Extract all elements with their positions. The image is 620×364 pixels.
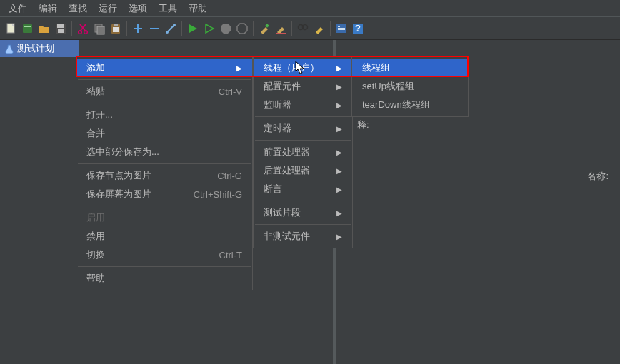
shutdown-icon[interactable] <box>235 21 249 36</box>
menu-help[interactable]: 帮助 <box>183 1 213 16</box>
menu-item-assertion[interactable]: 断言▶ <box>254 180 352 198</box>
submenu-add: 线程（用户）▶ 配置元件▶ 监听器▶ 定时器▶ 前置处理器▶ 后置处理器▶ 断言… <box>253 56 353 248</box>
menu-separator <box>255 140 351 141</box>
menu-separator <box>255 116 351 117</box>
menu-item-open[interactable]: 打开... <box>76 106 252 124</box>
menu-bar[interactable]: 文件 编辑 查找 运行 选项 工具 帮助 <box>0 0 620 17</box>
help-icon[interactable]: ? <box>351 21 365 36</box>
save-icon[interactable] <box>54 21 68 36</box>
start-notimers-icon[interactable] <box>202 21 216 36</box>
menu-item-save-screen-image[interactable]: 保存屏幕为图片Ctrl+Shift-G <box>76 185 252 203</box>
cut-icon[interactable] <box>76 21 90 36</box>
menu-item-postprocessor[interactable]: 后置处理器▶ <box>254 161 352 180</box>
separator <box>330 21 331 36</box>
menu-tools[interactable]: 工具 <box>153 1 183 16</box>
tree-root-testplan[interactable]: 测试计划 <box>0 40 79 57</box>
svg-rect-20 <box>338 28 345 29</box>
clear-icon[interactable] <box>257 21 271 36</box>
svg-rect-19 <box>338 26 340 27</box>
svg-rect-9 <box>97 26 104 34</box>
label-name: 名称: <box>587 170 609 183</box>
menu-item-help[interactable]: 帮助 <box>76 269 252 288</box>
separator <box>181 21 182 36</box>
menu-item-preprocessor[interactable]: 前置处理器▶ <box>254 143 352 161</box>
toggle-icon[interactable] <box>164 21 178 36</box>
clear-all-icon[interactable] <box>274 21 288 36</box>
menu-separator <box>255 201 351 201</box>
menu-separator <box>78 103 251 103</box>
svg-rect-21 <box>338 29 345 30</box>
svg-point-6 <box>79 30 82 34</box>
svg-rect-1 <box>23 24 32 33</box>
svg-rect-2 <box>24 26 31 27</box>
svg-point-7 <box>84 30 88 34</box>
reset-search-icon[interactable] <box>312 21 326 36</box>
menu-file[interactable]: 文件 <box>3 1 33 16</box>
menu-separator <box>78 206 251 206</box>
menu-item-teardown-thread-group[interactable]: tearDown线程组 <box>352 96 468 114</box>
tree-root-label: 测试计划 <box>17 42 54 55</box>
search-icon[interactable] <box>296 21 310 36</box>
menu-options[interactable]: 选项 <box>123 1 153 16</box>
context-menu: 添加▶ 粘贴Ctrl-V 打开... 合并 选中部分保存为... 保存节点为图片… <box>76 56 253 290</box>
menu-item-merge[interactable]: 合并 <box>76 124 252 143</box>
toolbar: ? <box>0 17 620 40</box>
svg-rect-5 <box>58 29 64 33</box>
svg-rect-12 <box>113 27 119 32</box>
menu-item-toggle[interactable]: 切换Ctrl-T <box>76 246 252 264</box>
open-icon[interactable] <box>37 21 51 36</box>
function-helper-icon[interactable] <box>334 21 349 36</box>
menu-separator <box>255 224 351 225</box>
stop-icon[interactable] <box>219 21 233 36</box>
svg-rect-15 <box>265 24 269 28</box>
label-comments: 释: <box>357 118 369 131</box>
svg-point-13 <box>166 31 169 34</box>
paste-icon[interactable] <box>109 21 123 36</box>
menu-item-enable: 启用 <box>76 208 252 227</box>
input-underline <box>368 123 620 123</box>
separator <box>126 21 127 36</box>
templates-icon[interactable] <box>21 21 35 36</box>
collapse-icon[interactable] <box>147 21 161 36</box>
menu-separator <box>78 79 251 80</box>
separator <box>71 21 72 36</box>
menu-item-add[interactable]: 添加▶ <box>76 59 252 77</box>
menu-item-paste[interactable]: 粘贴Ctrl-V <box>76 82 252 101</box>
menu-item-listener[interactable]: 监听器▶ <box>254 96 352 114</box>
menu-separator <box>78 163 251 164</box>
menu-item-thread-group[interactable]: 线程组 <box>352 59 468 77</box>
menu-search[interactable]: 查找 <box>63 1 93 16</box>
svg-point-14 <box>173 24 176 26</box>
expand-icon[interactable] <box>131 21 145 36</box>
svg-rect-11 <box>114 24 118 26</box>
svg-rect-4 <box>57 24 64 28</box>
menu-run[interactable]: 运行 <box>93 1 123 16</box>
copy-icon[interactable] <box>92 21 106 36</box>
submenu-threads: 线程组 setUp线程组 tearDown线程组 <box>351 56 469 117</box>
menu-item-config[interactable]: 配置元件▶ <box>254 77 352 96</box>
menu-edit[interactable]: 编辑 <box>33 1 63 16</box>
start-icon[interactable] <box>186 21 200 36</box>
menu-item-non-test[interactable]: 非测试元件▶ <box>254 227 352 246</box>
separator <box>253 21 254 36</box>
svg-text:?: ? <box>355 23 361 34</box>
menu-item-test-fragment[interactable]: 测试片段▶ <box>254 203 352 222</box>
separator <box>291 21 292 36</box>
menu-item-disable[interactable]: 禁用 <box>76 227 252 246</box>
menu-item-timer[interactable]: 定时器▶ <box>254 119 352 138</box>
menu-item-setup-thread-group[interactable]: setUp线程组 <box>352 77 468 96</box>
menu-item-threads[interactable]: 线程（用户）▶ <box>254 59 352 77</box>
menu-separator <box>78 266 251 267</box>
menu-item-save-node-image[interactable]: 保存节点为图片Ctrl-G <box>76 166 252 185</box>
new-file-icon[interactable] <box>4 21 19 36</box>
menu-item-save-selection[interactable]: 选中部分保存为... <box>76 143 252 161</box>
tree-panel: 测试计划 <box>0 40 79 364</box>
flask-icon <box>4 44 14 54</box>
